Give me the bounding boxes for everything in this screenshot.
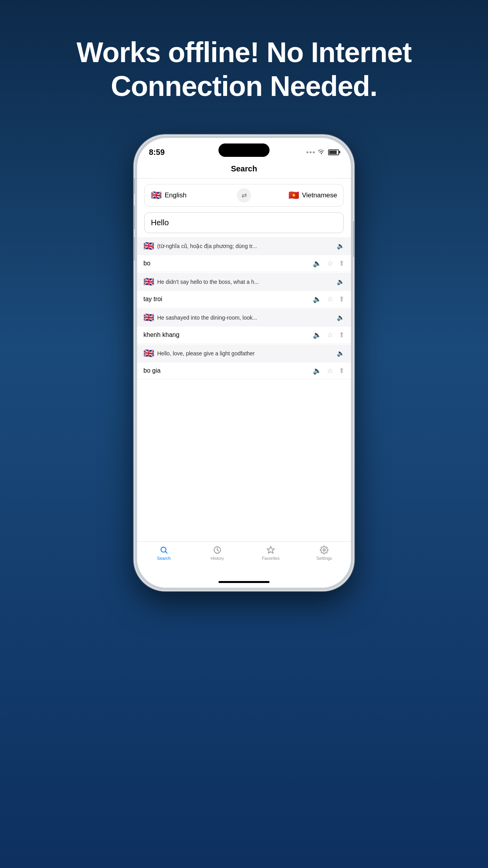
- result-en-text-3: He sashayed into the dining-room, look..…: [157, 314, 334, 321]
- result-flag-3: 🇬🇧: [143, 313, 154, 323]
- search-value: Hello: [151, 218, 169, 227]
- result-actions-4: 🔈 ☆ ⬆: [313, 366, 345, 375]
- tab-history-label: History: [211, 556, 224, 561]
- tab-history[interactable]: History: [191, 546, 244, 561]
- result-vn-4: bo gia 🔈 ☆ ⬆: [137, 362, 351, 379]
- battery-icon: [328, 149, 339, 155]
- home-indicator: [137, 577, 351, 588]
- share-icon-2[interactable]: ⬆: [339, 295, 345, 303]
- result-vn-text-1: bo: [143, 260, 150, 267]
- result-actions-1: 🔈 ☆ ⬆: [313, 259, 345, 268]
- mute-button: [134, 178, 135, 194]
- star-icon-1[interactable]: ☆: [327, 259, 333, 268]
- result-en-text-1: (từ-nghĩa cũ, hoặc địa phương; dùng tr..…: [157, 243, 334, 249]
- tab-settings[interactable]: Settings: [297, 546, 351, 561]
- from-lang-name: English: [165, 191, 187, 199]
- star-icon-4[interactable]: ☆: [327, 366, 333, 375]
- result-item-4: 🇬🇧 Hello, love, please give a light godf…: [137, 344, 351, 379]
- result-vn-1: bo 🔈 ☆ ⬆: [137, 255, 351, 272]
- speaker-icon-4[interactable]: 🔈: [337, 349, 345, 357]
- result-item-2: 🇬🇧 He didn't say hello to the boss, what…: [137, 273, 351, 308]
- result-en-text-4: Hello, love, please give a light godfath…: [157, 350, 334, 357]
- power-button: [353, 221, 354, 257]
- tab-bar: Search History Favorites: [137, 541, 351, 577]
- result-flag-4: 🇬🇧: [143, 348, 154, 359]
- to-lang-name: Vietnamese: [302, 191, 337, 199]
- headline: Works offline! No Internet Connection Ne…: [45, 35, 443, 103]
- tab-favorites-label: Favorites: [262, 556, 279, 561]
- favorites-tab-icon: [266, 546, 275, 554]
- speaker-icon-1[interactable]: 🔈: [337, 242, 345, 250]
- result-en-2: 🇬🇧 He didn't say hello to the boss, what…: [137, 273, 351, 291]
- nav-title: Search: [137, 160, 351, 178]
- share-icon-3[interactable]: ⬆: [339, 331, 345, 339]
- result-flag-1: 🇬🇧: [143, 241, 154, 251]
- headline-line1: Works offline! No Internet: [77, 37, 412, 68]
- history-tab-icon: [213, 546, 222, 554]
- share-icon-1[interactable]: ⬆: [339, 259, 345, 268]
- tab-search[interactable]: Search: [137, 546, 191, 561]
- result-en-3: 🇬🇧 He sashayed into the dining-room, loo…: [137, 309, 351, 327]
- star-icon-2[interactable]: ☆: [327, 295, 333, 303]
- app-content: Search 🇬🇧 English ⇄ 🇻🇳 Vietnamese Hel: [137, 160, 351, 588]
- search-input[interactable]: Hello: [144, 212, 344, 233]
- result-vn-2: tay troi 🔈 ☆ ⬆: [137, 291, 351, 307]
- settings-tab-icon: [320, 546, 328, 554]
- svg-point-4: [323, 549, 325, 551]
- share-icon-4[interactable]: ⬆: [339, 366, 345, 375]
- status-icons: [306, 149, 339, 156]
- status-time: 8:59: [149, 148, 165, 157]
- result-item-1: 🇬🇧 (từ-nghĩa cũ, hoặc địa phương; dùng t…: [137, 237, 351, 272]
- phone-wrapper: 8:59 Searc: [134, 135, 354, 591]
- speaker-icon-2[interactable]: 🔈: [337, 278, 345, 285]
- tab-search-label: Search: [157, 556, 171, 561]
- speak-icon-4[interactable]: 🔈: [313, 366, 321, 375]
- swap-button[interactable]: ⇄: [237, 188, 251, 202]
- language-selector[interactable]: 🇬🇧 English ⇄ 🇻🇳 Vietnamese: [144, 184, 344, 207]
- volume-up-button: [134, 206, 135, 229]
- svg-line-1: [165, 552, 167, 553]
- result-vn-text-3: khenh khang: [143, 331, 180, 338]
- tab-settings-label: Settings: [316, 556, 332, 561]
- result-vn-text-4: bo gia: [143, 367, 161, 374]
- to-flag: 🇻🇳: [288, 190, 299, 200]
- search-tab-icon: [160, 546, 168, 554]
- result-vn-text-2: tay troi: [143, 296, 162, 303]
- result-actions-3: 🔈 ☆ ⬆: [313, 331, 345, 339]
- from-flag: 🇬🇧: [151, 190, 161, 200]
- result-en-4: 🇬🇧 Hello, love, please give a light godf…: [137, 344, 351, 362]
- phone-frame: 8:59 Searc: [134, 135, 354, 591]
- from-language[interactable]: 🇬🇧 English: [151, 190, 237, 200]
- result-en-text-2: He didn't say hello to the boss, what a …: [157, 279, 334, 285]
- star-icon-3[interactable]: ☆: [327, 331, 333, 339]
- speak-icon-2[interactable]: 🔈: [313, 295, 321, 303]
- headline-line2: Connection Needed.: [111, 70, 377, 102]
- speak-icon-1[interactable]: 🔈: [313, 259, 321, 268]
- home-bar: [218, 581, 270, 583]
- speaker-icon-3[interactable]: 🔈: [337, 314, 345, 321]
- result-vn-3: khenh khang 🔈 ☆ ⬆: [137, 327, 351, 343]
- result-flag-2: 🇬🇧: [143, 277, 154, 287]
- svg-marker-3: [267, 546, 274, 553]
- wifi-icon: [318, 149, 325, 156]
- signal-icon: [306, 151, 315, 153]
- result-actions-2: 🔈 ☆ ⬆: [313, 295, 345, 303]
- dynamic-island: [218, 143, 270, 157]
- phone-screen: 8:59 Searc: [137, 138, 351, 588]
- result-item-3: 🇬🇧 He sashayed into the dining-room, loo…: [137, 309, 351, 344]
- volume-down-button: [134, 237, 135, 261]
- result-en-1: 🇬🇧 (từ-nghĩa cũ, hoặc địa phương; dùng t…: [137, 237, 351, 255]
- speak-icon-3[interactable]: 🔈: [313, 331, 321, 339]
- tab-favorites[interactable]: Favorites: [244, 546, 297, 561]
- to-language[interactable]: 🇻🇳 Vietnamese: [251, 190, 337, 200]
- results-list: 🇬🇧 (từ-nghĩa cũ, hoặc địa phương; dùng t…: [137, 237, 351, 541]
